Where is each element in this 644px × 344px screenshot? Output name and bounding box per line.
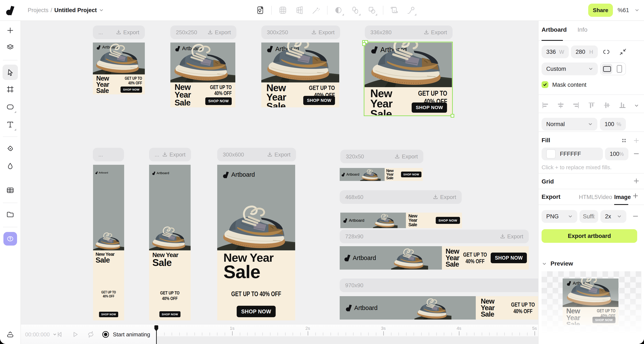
export-button[interactable]: Export — [500, 233, 523, 240]
align-top-icon[interactable] — [588, 102, 595, 110]
chevron-down-icon[interactable] — [99, 8, 104, 12]
project-name[interactable]: Untitled Project — [54, 7, 97, 14]
banner-brand-logo[interactable]: Artboard — [346, 305, 378, 312]
boolean-shapes-icon[interactable] — [366, 5, 377, 16]
play-button[interactable] — [70, 329, 81, 340]
align-left-icon[interactable] — [542, 102, 549, 110]
banner-brand-logo[interactable]: Artboard — [152, 171, 169, 175]
chevron-down-icon[interactable] — [635, 8, 639, 12]
align-right-icon[interactable] — [572, 102, 580, 110]
timeline-time[interactable]: 00:00:000 — [25, 325, 57, 344]
shrink-to-fit-icon[interactable] — [619, 48, 627, 56]
pen-tool-icon[interactable] — [2, 141, 18, 157]
banner-cta-button[interactable]: SHOP NOW — [303, 96, 335, 105]
export-button[interactable]: Export — [424, 29, 447, 36]
timeline-track[interactable] — [156, 336, 538, 344]
banner-offer[interactable]: GET UP TO 40% OFF — [226, 290, 286, 298]
banner-artwork[interactable]: Artboard New YearSaleGET UP TO 40% OFFSH… — [217, 165, 295, 320]
skip-to-start-button[interactable] — [54, 329, 65, 340]
frame-tool-icon[interactable] — [2, 82, 18, 97]
chevron-down-icon[interactable] — [634, 103, 639, 108]
selection-handle[interactable] — [451, 114, 454, 118]
banner-artwork[interactable]: Artboard NewYearSaleGET UP TO40% OFFSHOP… — [340, 246, 529, 270]
export-scale-select[interactable]: 2x — [600, 210, 626, 223]
landscape-orientation-icon[interactable] — [602, 64, 612, 74]
banner-headline[interactable]: NewYearSale — [481, 298, 494, 318]
size-preset-select[interactable]: Custom — [542, 62, 598, 75]
banner-photo[interactable]: Artboard — [93, 42, 145, 74]
remove-export-icon[interactable] — [632, 213, 639, 219]
mask-content-checkbox[interactable] — [542, 81, 548, 88]
banner-offer[interactable]: GET UP TO40% OFF — [154, 290, 186, 301]
export-format-select[interactable]: PNG — [542, 210, 577, 223]
design-canvas[interactable]: ...ExportArtboard NewYearSaleGET UP TO40… — [20, 20, 538, 324]
banner-headline[interactable]: NewYearSale — [408, 214, 417, 227]
banner-artwork[interactable]: Artboard NewYearSaleGET UP TO40% OFFSHOP… — [93, 42, 145, 94]
artboard-header-pill[interactable]: 320x50Export — [340, 150, 423, 163]
orientation-toggle[interactable] — [600, 62, 626, 75]
scroll-icon[interactable] — [389, 5, 400, 16]
export-suffix-field[interactable] — [580, 210, 598, 223]
export-suffix-input[interactable] — [583, 213, 595, 220]
banner-offer[interactable]: GET UP TO40% OFF — [511, 301, 535, 315]
banner-photo[interactable]: Artboard — [217, 165, 295, 250]
banner-cta-button[interactable]: SHOP NOW — [236, 306, 276, 317]
artboard-header-pill[interactable]: 300x600Export — [217, 148, 296, 161]
timeline-time-value[interactable]: 00:00:000 — [25, 331, 50, 338]
export-button[interactable]: Export — [433, 194, 456, 200]
tab-info[interactable]: Info — [578, 26, 588, 33]
banner-headline[interactable]: NewYearSale — [446, 248, 459, 268]
export-button[interactable]: Export — [267, 151, 290, 158]
export-artboard-button[interactable]: Export artboard — [542, 229, 637, 243]
width-input[interactable] — [546, 49, 559, 55]
playhead[interactable] — [156, 325, 157, 344]
align-bottom-icon[interactable] — [619, 102, 626, 110]
fill-color-swatch[interactable] — [546, 149, 556, 159]
artboard-header-pill[interactable]: 250x250Export — [170, 25, 236, 39]
add-grid-icon[interactable] — [633, 178, 640, 184]
export-button[interactable]: Export — [116, 29, 139, 36]
height-field[interactable]: H — [571, 45, 598, 58]
artboard[interactable]: Artboard NewYearSaleGET UP TO40% OFFSHOP… — [261, 42, 339, 107]
banner-artwork[interactable]: Artboard NewYearSaleGET UP TO40% OFFSHOP… — [261, 42, 339, 107]
tab-artboard[interactable]: Artboard — [542, 26, 567, 33]
banner-photo[interactable]: Artboard — [340, 168, 384, 181]
artboard-header-pill[interactable]: ... — [93, 148, 124, 161]
banner-cta-button[interactable]: SHOP NOW — [99, 312, 118, 317]
artboard[interactable]: Artboard NewYearSaleGET UP TO40% OFFSHOP… — [340, 296, 538, 320]
banner-headline[interactable]: NewYearSale — [175, 83, 191, 107]
export-button[interactable]: Export — [162, 151, 186, 158]
artboard[interactable]: Artboard NewYearSaleGET UP TO40% OFFSHOP… — [93, 42, 145, 94]
banner-headline[interactable]: New YearSale — [224, 252, 274, 281]
link-dimensions-icon[interactable] — [602, 48, 610, 56]
banner-brand-logo[interactable]: Artboard — [344, 254, 376, 262]
banner-cta-button[interactable]: SHOP NOW — [491, 253, 527, 263]
banner-cta-button[interactable]: SHOP NOW — [159, 311, 180, 317]
banner-artwork[interactable]: Artboard NewYearSaleSHOP NOW — [340, 168, 423, 181]
selection-handle[interactable] — [362, 42, 366, 46]
help-icon[interactable] — [4, 232, 17, 246]
banner-offer[interactable]: GET UP TO40% OFF — [97, 290, 120, 298]
add-icon[interactable] — [2, 23, 18, 38]
banner-headline[interactable]: New YearSale — [96, 252, 114, 263]
artboard[interactable]: Artboard NewYearSaleGET UP TO40% OFFSHOP… — [170, 42, 235, 107]
share-button[interactable]: Share — [588, 3, 613, 17]
export-tab-image[interactable]: Image — [614, 194, 631, 200]
banner-cta-button[interactable]: SHOP NOW — [436, 217, 460, 224]
grid-view-icon[interactable] — [277, 5, 288, 16]
export-button[interactable]: Export — [208, 29, 231, 36]
zoom-control[interactable]: %61 — [618, 0, 639, 20]
magic-wand-icon[interactable] — [310, 5, 322, 16]
artboard[interactable]: Artboard New YearSaleGET UP TO40% OFFSHO… — [93, 165, 124, 320]
artboard[interactable]: Artboard New YearSaleGET UP TO40% OFFSHO… — [149, 165, 190, 320]
banner-photo[interactable]: Artboard — [340, 213, 406, 228]
banner-brand-logo[interactable]: Artboard — [343, 218, 364, 223]
artboard-header-pill[interactable]: 468x60Export — [340, 190, 462, 204]
record-icon[interactable] — [102, 331, 110, 338]
banner-artwork[interactable]: Artboard New YearSaleGET UP TO40% OFFSHO… — [149, 165, 190, 320]
banner-cta-button[interactable]: SHOP NOW — [120, 87, 142, 92]
blend-mode-select[interactable]: Normal — [542, 118, 597, 131]
export-button[interactable]: Export — [394, 153, 418, 160]
banner-headline[interactable]: NewYearSale — [96, 75, 109, 94]
banner-photo[interactable]: Artboard — [170, 42, 235, 82]
